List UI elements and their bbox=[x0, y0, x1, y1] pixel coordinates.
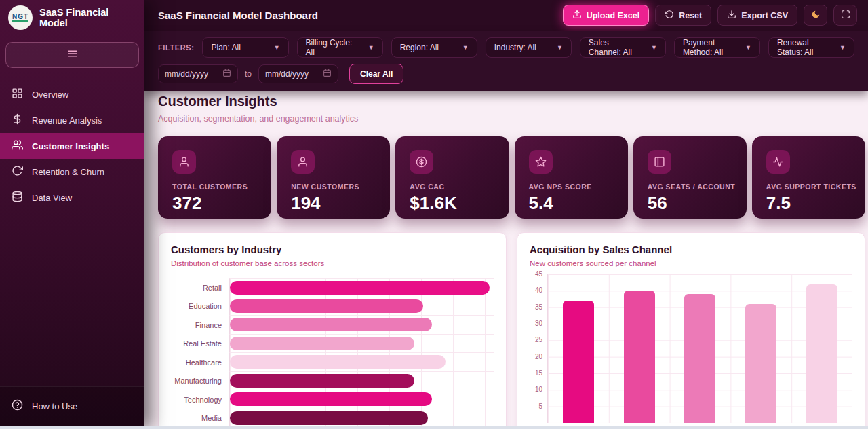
sidebar-item-how-to-use[interactable]: How to Use bbox=[0, 394, 144, 418]
kpi-value: 194 bbox=[291, 193, 390, 214]
date-to-input[interactable]: mm/dd/yyyy bbox=[258, 64, 338, 83]
filter-dropdown-plan[interactable]: Plan: All▼ bbox=[202, 37, 288, 58]
user-icon bbox=[291, 150, 315, 174]
sidebar-item-label: Retention & Churn bbox=[32, 167, 104, 177]
channel-bar-1 bbox=[563, 301, 594, 423]
filter-dropdown-region[interactable]: Region: All▼ bbox=[391, 37, 477, 58]
calendar-icon bbox=[222, 69, 231, 79]
kpi-label: TOTAL CUSTOMERS bbox=[172, 183, 271, 191]
reset-label: Reset bbox=[679, 11, 702, 20]
date-range-to-label: to bbox=[245, 69, 252, 79]
y-axis: 45403530252015105 bbox=[530, 274, 547, 423]
bar-track bbox=[229, 409, 494, 428]
fullscreen-button[interactable] bbox=[833, 5, 857, 26]
filters-row-2: mm/dd/yyyy to mm/dd/yyyy Clear All bbox=[158, 64, 854, 84]
columns-icon bbox=[648, 150, 671, 174]
sidebar-nav: OverviewRevenue AnalysisCustomer Insight… bbox=[0, 81, 144, 210]
category-label: Media bbox=[171, 414, 229, 422]
sidebar-item-overview[interactable]: Overview bbox=[0, 81, 144, 107]
hbar-row-manufacturing: Manufacturing bbox=[171, 372, 494, 391]
help-icon bbox=[12, 399, 23, 413]
kpi-label: AVG SEATS / ACCOUNT bbox=[648, 183, 747, 191]
sidebar-footer-label: How to Use bbox=[32, 401, 77, 411]
filter-dropdown-billing-cycle[interactable]: Billing Cycle: All▼ bbox=[297, 37, 383, 58]
export-csv-button[interactable]: Export CSV bbox=[717, 5, 797, 26]
sidebar-item-retention-churn[interactable]: Retention & Churn bbox=[0, 159, 144, 185]
date-from-input[interactable]: mm/dd/yyyy bbox=[158, 64, 238, 83]
kpi-label: NEW CUSTOMERS bbox=[291, 183, 390, 191]
bar-slot bbox=[730, 274, 791, 423]
category-label: Healthcare bbox=[171, 358, 229, 367]
bar-real-estate bbox=[230, 337, 414, 350]
filter-bar: FILTERS: Plan: All▼Billing Cycle: All▼Re… bbox=[144, 31, 868, 91]
dropdown-value: Payment Method: All bbox=[683, 38, 737, 57]
chart-title: Customers by Industry bbox=[171, 244, 494, 255]
dropdown-value: Industry: All bbox=[494, 43, 536, 52]
filter-dropdown-payment-method[interactable]: Payment Method: All▼ bbox=[674, 37, 760, 58]
dropdown-value: Renewal Status: All bbox=[777, 38, 831, 57]
industry-bar-chart: RetailEducationFinanceReal EstateHealthc… bbox=[171, 278, 494, 428]
sidebar-item-data-view[interactable]: Data View bbox=[0, 185, 144, 210]
date-from-placeholder: mm/dd/yyyy bbox=[165, 69, 208, 79]
kpi-label: AVG SUPPORT TICKETS bbox=[766, 183, 865, 191]
kpi-value: 372 bbox=[172, 193, 271, 214]
channel-bar-2 bbox=[624, 291, 655, 423]
app-window: NGT SaaS Financial Model OverviewRevenue… bbox=[0, 0, 868, 429]
bar-track bbox=[229, 372, 494, 391]
sidebar-item-label: Customer Insights bbox=[32, 141, 109, 151]
category-label: Finance bbox=[171, 321, 229, 329]
hbar-row-retail: Retail bbox=[171, 278, 494, 297]
kpi-card-new-customers: NEW CUSTOMERS194 bbox=[277, 136, 390, 219]
download-icon bbox=[727, 10, 736, 21]
reset-button[interactable]: Reset bbox=[655, 5, 711, 26]
bars-container bbox=[548, 274, 852, 423]
moon-icon bbox=[811, 10, 821, 21]
kpi-value: $1.6K bbox=[410, 193, 509, 214]
sidebar-item-label: Data View bbox=[32, 193, 72, 203]
chart-subtitle: Distribution of customer base across sec… bbox=[171, 259, 494, 267]
filter-dropdown-industry[interactable]: Industry: All▼ bbox=[486, 37, 572, 58]
chevron-down-icon: ▼ bbox=[557, 44, 563, 51]
sidebar-item-revenue-analysis[interactable]: Revenue Analysis bbox=[0, 107, 144, 133]
dollar-icon bbox=[12, 113, 23, 127]
hbar-row-healthcare: Healthcare bbox=[171, 353, 494, 372]
kpi-row: TOTAL CUSTOMERS372NEW CUSTOMERS194AVG CA… bbox=[158, 136, 865, 219]
sidebar-collapse-button[interactable] bbox=[5, 42, 139, 68]
sidebar-item-customer-insights[interactable]: Customer Insights bbox=[0, 133, 144, 159]
user-icon bbox=[172, 150, 196, 174]
upload-excel-button[interactable]: Upload Excel bbox=[563, 5, 650, 26]
bar-slot bbox=[670, 274, 731, 423]
dollar-circle-icon bbox=[410, 150, 433, 174]
fullscreen-icon bbox=[841, 10, 850, 21]
sidebar-app-title: SaaS Financial Model bbox=[39, 7, 136, 29]
kpi-card-avg-seats-account: AVG SEATS / ACCOUNT56 bbox=[633, 136, 747, 219]
hbar-row-technology: Technology bbox=[171, 390, 494, 409]
category-label: Education bbox=[171, 302, 229, 310]
chart-card-acquisition-by-channel: Acquisition by Sales Channel New custome… bbox=[517, 232, 865, 429]
section-subtitle: Acquisition, segmentation, and engagemen… bbox=[158, 114, 865, 124]
chevron-down-icon: ▼ bbox=[745, 44, 751, 51]
clear-all-button[interactable]: Clear All bbox=[349, 64, 403, 84]
dark-mode-toggle-button[interactable] bbox=[804, 5, 827, 26]
header: SaaS Financial Model Dashboard Upload Ex… bbox=[144, 0, 868, 31]
refresh-icon bbox=[12, 165, 23, 179]
kpi-label: AVG CAC bbox=[410, 183, 509, 191]
hbar-row-real-estate: Real Estate bbox=[171, 335, 494, 354]
star-icon bbox=[529, 150, 553, 174]
hbar-row-finance: Finance bbox=[171, 316, 494, 335]
activity-icon bbox=[766, 150, 790, 174]
y-axis-tick: 45 bbox=[535, 270, 542, 278]
y-axis-tick: 35 bbox=[535, 303, 542, 311]
dropdown-value: Billing Cycle: All bbox=[306, 38, 360, 57]
bar-healthcare bbox=[230, 355, 446, 369]
page-header-title: SaaS Financial Model Dashboard bbox=[158, 10, 318, 21]
filter-dropdown-sales-channel[interactable]: Sales Channel: All▼ bbox=[580, 37, 666, 58]
upload-icon bbox=[572, 10, 582, 21]
bar-track bbox=[229, 335, 494, 354]
filter-dropdown-renewal-status[interactable]: Renewal Status: All▼ bbox=[768, 37, 854, 58]
kpi-card-avg-support-tickets: AVG SUPPORT TICKETS7.5 bbox=[752, 136, 865, 219]
bar-manufacturing bbox=[230, 374, 414, 388]
hbar-row-media: Media bbox=[171, 409, 494, 428]
bar-finance bbox=[230, 318, 432, 331]
bar-track bbox=[229, 390, 494, 409]
